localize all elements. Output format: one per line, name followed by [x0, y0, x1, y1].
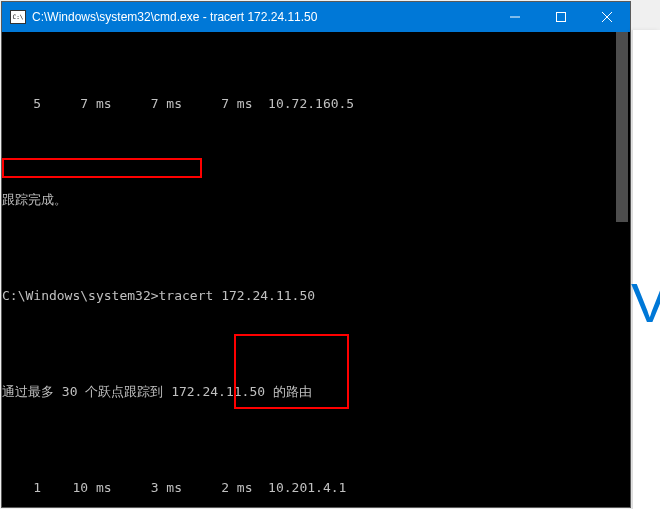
- close-button[interactable]: [584, 2, 630, 32]
- output-line: 5 7 ms 7 ms 7 ms 10.72.160.5: [2, 96, 630, 112]
- output-line: [2, 144, 630, 160]
- scrollbar-thumb[interactable]: [616, 32, 628, 222]
- titlebar[interactable]: C:\Windows\system32\cmd.exe - tracert 17…: [2, 2, 630, 32]
- maximize-button[interactable]: [538, 2, 584, 32]
- svg-rect-1: [557, 13, 566, 22]
- minimize-button[interactable]: [492, 2, 538, 32]
- output-line: [2, 336, 630, 352]
- cmd-icon: [10, 10, 26, 24]
- prompt-line: C:\Windows\system32>tracert 172.24.11.50: [2, 288, 630, 304]
- output-line: 通过最多 30 个跃点跟踪到 172.24.11.50 的路由: [2, 384, 630, 400]
- hop-line: 1 10 ms 3 ms 2 ms 10.201.4.1: [2, 480, 630, 496]
- cmd-window: C:\Windows\system32\cmd.exe - tracert 17…: [1, 1, 631, 508]
- terminal-content: 5 7 ms 7 ms 7 ms 10.72.160.5 跟踪完成。 C:\Wi…: [2, 64, 630, 507]
- side-letter: V: [631, 270, 660, 335]
- scrollbar[interactable]: [614, 32, 630, 507]
- window-title: C:\Windows\system32\cmd.exe - tracert 17…: [32, 10, 492, 24]
- output-line: [2, 432, 630, 448]
- highlight-box-1: [2, 158, 202, 178]
- window-controls: [492, 2, 630, 32]
- terminal[interactable]: 5 7 ms 7 ms 7 ms 10.72.160.5 跟踪完成。 C:\Wi…: [2, 32, 630, 507]
- output-line: 跟踪完成。: [2, 192, 630, 208]
- output-line: [2, 240, 630, 256]
- side-panel: V: [632, 30, 660, 509]
